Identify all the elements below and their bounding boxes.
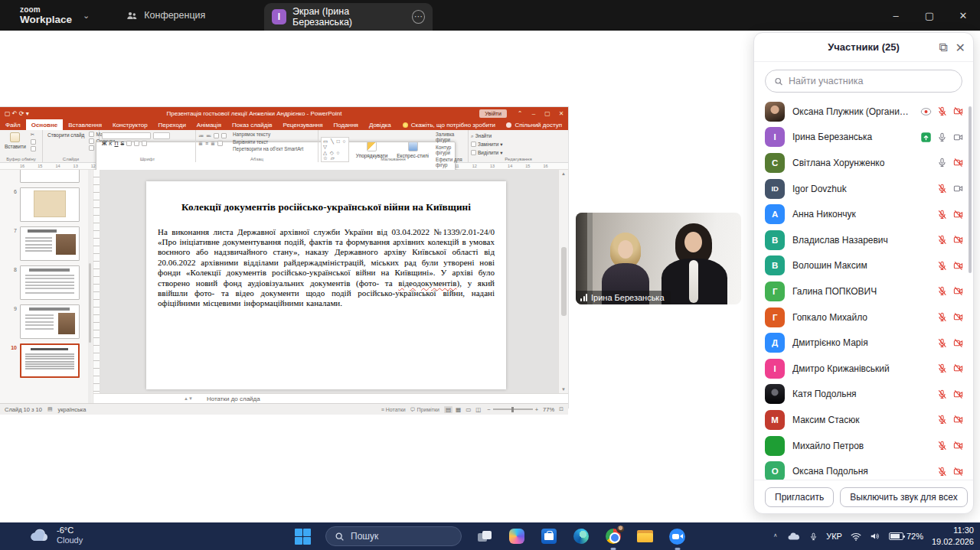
- tab-screen-share[interactable]: I Экран (Ірина Березанська) ⋯: [264, 3, 433, 31]
- ppt-minimize-button[interactable]: –: [527, 110, 541, 117]
- quick-access-toolbar[interactable]: ▢ ↶ ⟳ ▾: [5, 110, 29, 117]
- shape-fill-button[interactable]: Заливка фігури: [436, 132, 466, 142]
- participant-row[interactable]: А Анна Никончук: [754, 201, 973, 227]
- participant-row[interactable]: І Дмитро Крижанівський: [754, 356, 973, 382]
- view-switcher[interactable]: ▤▦▭◫: [444, 406, 482, 413]
- font-size-combobox[interactable]: [153, 132, 170, 139]
- participant-row[interactable]: В Владислав Назаревич: [754, 227, 973, 253]
- align-buttons[interactable]: ≣≡≣: [198, 141, 227, 147]
- scroll-down-icon[interactable]: ▼: [561, 387, 566, 392]
- cut-button[interactable]: ✂: [31, 132, 36, 138]
- character-spacing-button[interactable]: [134, 141, 139, 146]
- text-direction-button[interactable]: Напрямок тексту: [233, 132, 303, 137]
- ppt-tab-показ-слайдів[interactable]: Показ слайдів: [227, 119, 277, 130]
- participant-row[interactable]: Г Галина ПОПКОВИЧ: [754, 278, 973, 304]
- fit-to-window-icon[interactable]: ⊡: [559, 406, 564, 412]
- align-text-button[interactable]: Вирівняти текст: [233, 139, 303, 145]
- minimize-button[interactable]: –: [879, 10, 913, 21]
- store-button[interactable]: [539, 527, 558, 546]
- arrange-button[interactable]: Упорядкувати: [354, 141, 390, 159]
- taskbar-search[interactable]: Пошук: [325, 526, 462, 546]
- participant-row[interactable]: Оксана Плужник (Организатор, я): [754, 99, 973, 125]
- ppt-tab-основне[interactable]: Основне: [26, 119, 64, 130]
- slide-thumbnail[interactable]: [8, 170, 93, 183]
- spellcheck-icon[interactable]: ▤: [47, 406, 53, 412]
- zoom-slider[interactable]: −+: [487, 406, 538, 413]
- participant-row[interactable]: Д Дмитрієнко Марія: [754, 330, 973, 356]
- slide-thumbnail-preview[interactable]: [20, 226, 80, 261]
- slide-thumbnail-preview[interactable]: [20, 304, 80, 339]
- italic-button[interactable]: К: [109, 141, 112, 146]
- ppt-ribbon-options-icon[interactable]: ⌃: [513, 110, 527, 117]
- participant-row[interactable]: О Оксана Подольня: [754, 458, 973, 480]
- participant-row[interactable]: В Волошин Максим: [754, 253, 973, 279]
- clock[interactable]: 11:30 19.02.2026: [932, 525, 974, 548]
- ppt-close-button[interactable]: ✕: [554, 110, 568, 117]
- language-switcher[interactable]: УКР: [826, 532, 842, 541]
- participant-row[interactable]: Г Гопкало Михайло: [754, 304, 973, 330]
- participant-video-tile[interactable]: Ірина Березанська: [576, 213, 741, 304]
- tab-options-icon[interactable]: ⋯: [412, 10, 425, 24]
- participant-row[interactable]: I Ірина Березанська: [754, 125, 973, 151]
- ppt-tab-вставлення[interactable]: Вставлення: [63, 119, 107, 130]
- select-button[interactable]: Виділити ▾: [471, 150, 566, 156]
- slide-thumbnail-preview[interactable]: [20, 265, 80, 300]
- file-explorer-button[interactable]: [635, 527, 655, 546]
- slide-thumbnail-preview[interactable]: [20, 187, 80, 222]
- language-indicator[interactable]: українська: [58, 406, 87, 413]
- zoom-workplace-logo[interactable]: zoom Workplace: [20, 6, 72, 25]
- bold-button[interactable]: Ж: [102, 141, 106, 146]
- wifi-icon[interactable]: [851, 532, 861, 541]
- start-button[interactable]: [293, 527, 312, 546]
- participant-search-input[interactable]: [789, 76, 953, 86]
- onedrive-icon[interactable]: [787, 532, 801, 541]
- tab-meeting[interactable]: Конференция: [126, 10, 205, 21]
- participant-search-box[interactable]: [765, 70, 962, 93]
- slide-scrollbar[interactable]: ▲ ▼: [558, 170, 568, 393]
- format-painter-button[interactable]: [31, 146, 36, 151]
- sign-in-button[interactable]: Увійти: [479, 109, 507, 118]
- participant-row[interactable]: Михайло Петров: [754, 433, 973, 459]
- paste-button[interactable]: Вставити: [2, 132, 28, 150]
- comments-toggle[interactable]: 🗩 Примітки: [410, 407, 439, 412]
- strikethrough-button[interactable]: S: [121, 141, 125, 146]
- find-button[interactable]: ⌕ Знайти: [471, 133, 566, 139]
- participant-row[interactable]: ID Igor Dovzhuk: [754, 176, 973, 202]
- chevron-down-icon[interactable]: ⌄: [83, 11, 90, 21]
- replace-button[interactable]: Замінити ▾: [471, 142, 566, 148]
- slide-thumbnail[interactable]: 9: [8, 304, 93, 339]
- scrollbar-thumb[interactable]: [561, 247, 567, 316]
- copy-button[interactable]: [31, 139, 36, 145]
- tell-me-box[interactable]: Скажіть, що потрібно зробити: [403, 122, 495, 129]
- zoom-app-button[interactable]: [668, 527, 687, 546]
- font-name-combobox[interactable]: [102, 132, 151, 139]
- slide-thumbnail[interactable]: 10: [8, 343, 93, 378]
- smartart-button[interactable]: Перетворити на об'єкт SmartArt: [233, 146, 303, 151]
- splitter-handle-icon[interactable]: ▲▼: [184, 396, 193, 401]
- shape-outline-button[interactable]: Контур фігури: [436, 145, 466, 155]
- ppt-tab-довідка[interactable]: Довідка: [364, 119, 397, 130]
- slide-thumbnail-preview[interactable]: [20, 170, 80, 183]
- close-button[interactable]: ✕: [946, 10, 980, 21]
- edge-button[interactable]: [571, 527, 590, 546]
- task-view-button[interactable]: [475, 527, 494, 546]
- list-buttons[interactable]: ≔≕: [198, 133, 227, 139]
- ppt-tab-рецензування[interactable]: Рецензування: [277, 119, 328, 130]
- zoom-percentage[interactable]: 77%: [543, 406, 554, 413]
- participant-row[interactable]: Катя Подольня: [754, 382, 973, 408]
- speaker-icon[interactable]: [870, 532, 880, 541]
- copilot-button[interactable]: [507, 527, 526, 546]
- ppt-tab-переходи[interactable]: Переходи: [153, 119, 191, 130]
- text-shadow-button[interactable]: [126, 141, 132, 146]
- tray-chevron-icon[interactable]: ＾: [772, 532, 779, 542]
- underline-button[interactable]: П: [114, 141, 118, 146]
- new-slide-button[interactable]: Створити слайд: [45, 132, 87, 138]
- slide-thumbnail-preview[interactable]: [20, 343, 80, 378]
- participant-row[interactable]: С Світлана Хорунженко: [754, 150, 973, 176]
- share-button[interactable]: Спільний доступ: [506, 122, 562, 129]
- battery-indicator[interactable]: 72%: [889, 532, 923, 541]
- invite-button[interactable]: Пригласить: [765, 487, 834, 507]
- notes-toggle[interactable]: ≡ Нотатки: [381, 407, 406, 412]
- microphone-tray-icon[interactable]: [809, 532, 818, 542]
- notes-pane[interactable]: ▲▼ Нотатки до слайда: [93, 393, 568, 403]
